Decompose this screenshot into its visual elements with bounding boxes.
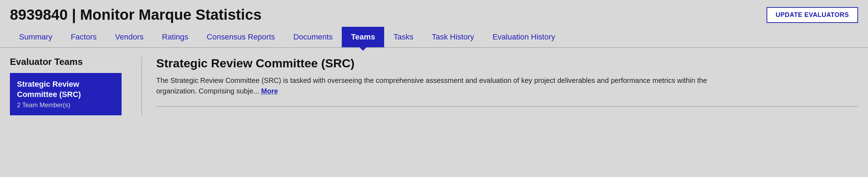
content-area: Evaluator Teams Strategic Review Committ…	[0, 48, 868, 124]
team-card[interactable]: Strategic Review Committee (SRC) 2 Team …	[10, 73, 122, 115]
nav-bar: SummaryFactorsVendorsRatingsConsensus Re…	[0, 27, 868, 48]
more-link[interactable]: More	[261, 87, 278, 95]
page-title: 8939840 | Monitor Marque Statistics	[10, 6, 262, 23]
nav-item-summary[interactable]: Summary	[10, 27, 61, 47]
nav-item-tasks[interactable]: Tasks	[384, 27, 422, 47]
sidebar: Evaluator Teams Strategic Review Committ…	[10, 56, 130, 115]
team-card-members: 2 Team Member(s)	[17, 102, 115, 109]
nav-item-consensus-reports[interactable]: Consensus Reports	[198, 27, 284, 47]
nav-item-factors[interactable]: Factors	[61, 27, 106, 47]
nav-item-teams[interactable]: Teams	[342, 27, 384, 47]
nav-item-documents[interactable]: Documents	[284, 27, 342, 47]
vertical-divider	[141, 56, 142, 115]
header: 8939840 | Monitor Marque Statistics UPDA…	[0, 0, 868, 27]
detail-divider	[156, 106, 858, 107]
detail-description: The Strategic Review Committee (SRC) is …	[156, 75, 722, 96]
update-evaluators-button[interactable]: UPDATE EVALUATORS	[767, 7, 858, 23]
detail-description-text: The Strategic Review Committee (SRC) is …	[156, 77, 707, 95]
team-card-name: Strategic Review Committee (SRC)	[17, 79, 115, 99]
nav-item-task-history[interactable]: Task History	[423, 27, 483, 47]
detail-title: Strategic Review Committee (SRC)	[156, 56, 858, 70]
sidebar-title: Evaluator Teams	[10, 56, 122, 67]
nav-item-evaluation-history[interactable]: Evaluation History	[483, 27, 564, 47]
detail-panel: Strategic Review Committee (SRC) The Str…	[153, 56, 858, 115]
nav-item-ratings[interactable]: Ratings	[153, 27, 198, 47]
nav-item-vendors[interactable]: Vendors	[106, 27, 153, 47]
